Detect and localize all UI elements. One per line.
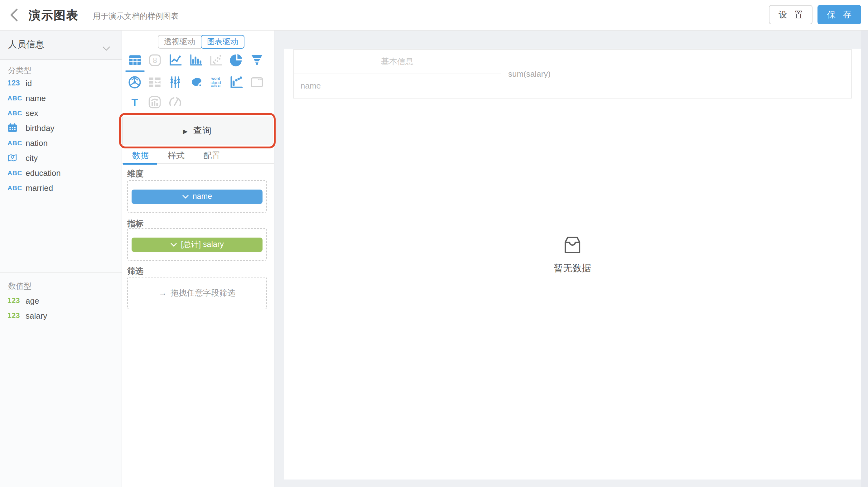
- preview-area: 基本信息 name sum(salary) 暂无数据: [274, 30, 868, 487]
- text-chart-icon: T: [131, 97, 138, 108]
- chart-type-candlestick[interactable]: [166, 74, 184, 90]
- filters-dropzone[interactable]: →拖拽任意字段筛选: [127, 277, 267, 309]
- china-map-icon: [189, 75, 203, 90]
- chart-type-china-map[interactable]: [187, 74, 205, 90]
- metrics-label: 指标: [127, 218, 144, 230]
- back-chevron-icon: [8, 7, 21, 23]
- chart-type-bar-scatter-combo[interactable]: [227, 74, 245, 90]
- arrow-right-icon: →: [159, 288, 167, 298]
- numeric-section-label: 数值型: [8, 281, 31, 292]
- header: 演示图表 用于演示文档的样例图表 设 置 保 存: [0, 0, 868, 31]
- field-name: salary: [26, 311, 47, 320]
- pill-label: [总计] salary: [181, 239, 224, 250]
- mode-chart-driven[interactable]: 图表驱动: [201, 35, 244, 49]
- svg-text:8: 8: [152, 56, 156, 64]
- chart-type-iframe[interactable]: [248, 74, 266, 90]
- scrollbar-gutter[interactable]: [861, 30, 868, 487]
- field-item-name[interactable]: ABC name: [0, 90, 122, 105]
- field-item-id[interactable]: 123 id: [0, 75, 122, 90]
- number-card-icon: 8: [148, 53, 161, 66]
- page-subtitle: 用于演示文档的样例图表: [93, 0, 179, 32]
- tab-data[interactable]: 数据: [123, 150, 158, 162]
- field-item-city[interactable]: city: [0, 150, 122, 165]
- field-item-education[interactable]: ABC education: [0, 165, 122, 180]
- bar-scatter-combo-icon: [229, 75, 243, 89]
- radar-chart-icon: [128, 75, 142, 89]
- chart-type-table[interactable]: [126, 52, 144, 68]
- field-name: education: [26, 168, 61, 177]
- table-metric-header: sum(salary): [501, 50, 851, 98]
- pill-label: name: [193, 192, 212, 201]
- sidebar-divider: [0, 273, 122, 273]
- mode-pivot-driven[interactable]: 透视驱动: [158, 35, 201, 49]
- filter-placeholder: →拖拽任意字段筛选: [159, 287, 236, 299]
- chart-type-text[interactable]: T: [126, 94, 144, 110]
- chart-type-line[interactable]: [166, 52, 184, 68]
- preview-table: 基本信息 name sum(salary): [293, 49, 852, 98]
- numeric-type-icon: 123: [7, 297, 24, 304]
- tab-style[interactable]: 样式: [158, 150, 194, 162]
- field-item-salary[interactable]: 123 salary: [0, 308, 122, 323]
- scatter-chart-icon: [209, 53, 222, 66]
- text-type-icon: ABC: [7, 139, 24, 147]
- iframe-icon: [250, 75, 264, 89]
- dataset-selector[interactable]: 人员信息: [0, 30, 122, 60]
- field-name: married: [26, 183, 53, 192]
- chart-type-radar[interactable]: [126, 74, 144, 90]
- field-name: age: [26, 296, 39, 305]
- chart-type-scatter[interactable]: [207, 52, 224, 68]
- text-type-icon: ABC: [7, 109, 24, 117]
- chevron-down-icon: [182, 194, 189, 199]
- bar-chart-icon: [189, 53, 203, 66]
- chart-type-gauge[interactable]: [166, 94, 184, 110]
- mix-chart-icon: [148, 95, 161, 109]
- field-item-birthday[interactable]: birthday: [0, 120, 122, 135]
- field-name: city: [26, 153, 38, 162]
- field-item-age[interactable]: 123 age: [0, 293, 122, 308]
- funnel-chart-icon: [250, 53, 264, 67]
- chart-type-word-cloud[interactable]: word cloud agile BI: [207, 74, 224, 90]
- metric-pill-salary[interactable]: [总计] salary: [131, 237, 262, 252]
- text-type-icon: ABC: [7, 169, 24, 177]
- app: 演示图表 用于演示文档的样例图表 设 置 保 存 人员信息 分类型 123 id…: [0, 0, 868, 487]
- field-item-sex[interactable]: ABC sex: [0, 105, 122, 120]
- text-type-icon: ABC: [7, 184, 24, 191]
- back-button[interactable]: [8, 7, 21, 23]
- page-title: 演示图表: [29, 0, 79, 31]
- table-group-header: 基本信息: [294, 50, 501, 74]
- candlestick-icon: [168, 75, 182, 89]
- play-icon: ▶: [183, 127, 187, 134]
- chevron-down-icon: [102, 42, 111, 54]
- settings-button[interactable]: 设 置: [769, 5, 812, 24]
- mode-toggle: 透视驱动 图表驱动: [158, 35, 244, 49]
- pie-chart-icon: [229, 53, 243, 67]
- metrics-dropzone[interactable]: [总计] salary: [127, 228, 267, 261]
- dimensions-dropzone[interactable]: name: [127, 180, 267, 213]
- empty-state: 暂无数据: [284, 236, 861, 274]
- map-pin-icon: [7, 153, 24, 163]
- save-button[interactable]: 保 存: [817, 5, 861, 24]
- field-item-married[interactable]: ABC married: [0, 180, 122, 195]
- field-item-nation[interactable]: ABC nation: [0, 135, 122, 150]
- chart-type-pivot-table[interactable]: [146, 74, 163, 90]
- chart-type-bar[interactable]: [187, 52, 205, 68]
- filters-label: 筛选: [127, 266, 144, 277]
- numeric-type-icon: 123: [7, 79, 24, 87]
- tab-config[interactable]: 配置: [194, 150, 229, 162]
- query-button[interactable]: ▶ 查询: [122, 117, 273, 145]
- chart-builder-panel: 透视驱动 图表驱动 8: [122, 30, 274, 487]
- chart-type-mix[interactable]: [146, 94, 163, 110]
- chart-type-number-card[interactable]: 8: [146, 52, 163, 68]
- field-name: id: [26, 78, 32, 88]
- field-name: sex: [26, 108, 38, 118]
- field-sidebar: 人员信息 分类型 123 id ABC name ABC sex: [0, 30, 122, 487]
- categorical-section-label: 分类型: [8, 65, 31, 76]
- query-label: 查询: [193, 125, 212, 136]
- chart-type-pie[interactable]: [227, 52, 245, 68]
- gauge-icon: [168, 95, 182, 109]
- chart-type-funnel[interactable]: [248, 52, 266, 68]
- active-tab-underline: [123, 163, 157, 164]
- table-dimension-header: name: [294, 74, 501, 98]
- dimension-pill-name[interactable]: name: [131, 189, 262, 204]
- empty-state-text: 暂无数据: [554, 263, 591, 274]
